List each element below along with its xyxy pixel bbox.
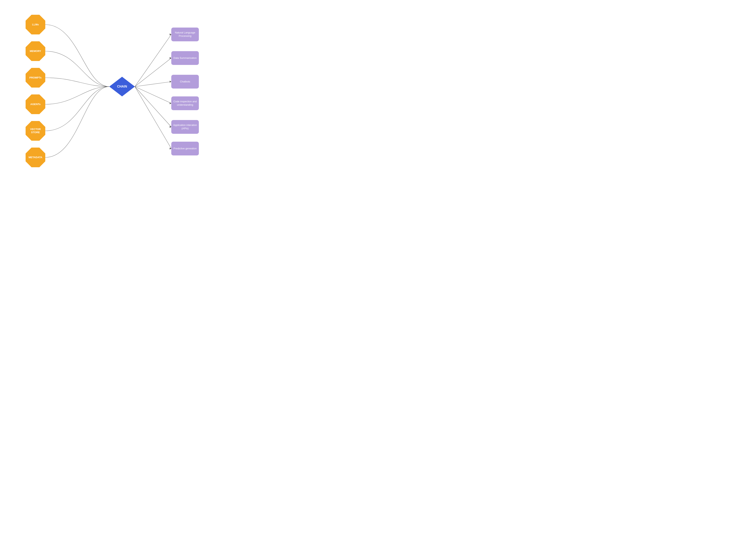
svg-marker-11 (170, 148, 171, 149)
svg-line-2 (135, 82, 171, 87)
node-chain: CHAIN (109, 77, 135, 96)
diagram-container: LLMs MEMORY PROMPTs AGENTs VECTOR STORE … (0, 0, 252, 178)
node-data-summarization: Data Summarization (171, 51, 199, 65)
node-memory: MEMORY (26, 41, 45, 61)
svg-line-5 (135, 87, 171, 148)
node-nlp: Natural Language Processing (171, 28, 199, 41)
node-predictive-generation: Predictive geneation (171, 142, 199, 155)
svg-line-3 (135, 87, 171, 103)
svg-line-0 (135, 35, 171, 87)
node-llms: LLMs (26, 15, 45, 35)
node-prompts: PROMPTs (26, 68, 45, 88)
svg-line-1 (135, 58, 171, 87)
node-application-interation: Application interation (APIs) (171, 120, 199, 134)
node-metadata: METADATA (26, 148, 45, 167)
node-code-inspection: Code inspection and understanding (171, 96, 199, 110)
svg-line-4 (135, 87, 171, 127)
svg-marker-6 (170, 34, 171, 36)
svg-marker-10 (170, 126, 171, 128)
node-agents: AGENTs (26, 94, 45, 114)
svg-marker-9 (170, 102, 171, 104)
node-chatbots: Chatbots (171, 75, 199, 89)
svg-marker-8 (170, 81, 171, 83)
svg-marker-7 (170, 57, 171, 59)
node-vector-store: VECTOR STORE (26, 121, 45, 141)
